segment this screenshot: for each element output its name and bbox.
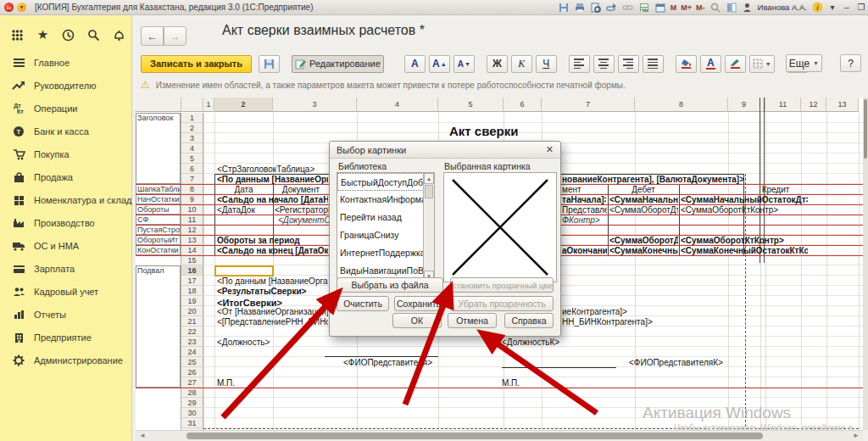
fill-color-button[interactable] xyxy=(676,55,697,73)
sheet-cell-r10[interactable]: <РегистраторПредста xyxy=(275,205,329,215)
row-header-31[interactable]: 31 xyxy=(181,418,203,428)
row-header-3[interactable]: 3 xyxy=(181,133,203,143)
align-center-button[interactable] xyxy=(593,55,615,73)
row-header-7[interactable]: 7 xyxy=(181,174,203,184)
column-header-2[interactable]: 2 xyxy=(214,98,273,112)
sheet-cell-r18[interactable]: <РезультатыСверки> xyxy=(217,287,336,297)
row-header-24[interactable]: 24 xyxy=(181,347,203,357)
sheet-cell-r7[interactable]: нованиеКонтрагента], [ВалютаДокумента]> xyxy=(562,175,743,185)
column-header-1[interactable]: 1 xyxy=(203,98,214,112)
row-header-22[interactable]: 22 xyxy=(181,327,203,337)
print-preview-icon[interactable] xyxy=(590,2,602,14)
column-header-4[interactable]: 4 xyxy=(357,98,438,112)
bold-button[interactable]: Ж xyxy=(487,55,508,73)
row-header-10[interactable]: 10 xyxy=(181,204,203,215)
sheet-cell-r9[interactable]: <Сальдо на начало [ДатаНачал xyxy=(217,195,328,205)
row-header-13[interactable]: 13 xyxy=(181,235,203,245)
print-icon[interactable] xyxy=(574,2,586,14)
split-view-icon[interactable] xyxy=(726,2,737,14)
library-item-1[interactable]: БыстрыйДоступДобавить xyxy=(337,173,424,191)
sidebar-item-trend[interactable]: Руководителю xyxy=(0,75,131,96)
list-scrollbar[interactable]: ▲ ▼ xyxy=(423,173,434,282)
column-header-6[interactable]: 6 xyxy=(504,98,542,112)
dialog-titlebar[interactable]: Выбор картинки ✕ xyxy=(330,142,560,159)
row-header-2[interactable]: 2 xyxy=(181,123,203,133)
zoom-icon[interactable] xyxy=(709,2,721,14)
edit-mode-toggle[interactable]: Редактирование xyxy=(292,55,384,73)
history-icon[interactable] xyxy=(61,28,75,42)
sidebar-item-cart[interactable]: Покупка xyxy=(0,144,131,165)
sidebar-item-people[interactable]: Кадровый учет xyxy=(0,282,131,302)
list-scroll-thumb[interactable] xyxy=(425,185,433,198)
row-header-23[interactable]: 23 xyxy=(181,337,203,347)
column-header-3[interactable]: 3 xyxy=(273,98,357,112)
save-icon[interactable] xyxy=(558,2,570,14)
row-header-30[interactable]: 30 xyxy=(181,408,203,418)
notifications-bell-icon[interactable] xyxy=(112,28,126,42)
library-item-4[interactable]: ГраницаСнизу xyxy=(337,226,424,244)
row-header-29[interactable]: 29 xyxy=(181,398,203,408)
sheet-cell-r6[interactable]: <СтрЗаголовокТаблица> xyxy=(217,165,327,175)
save-and-close-button[interactable]: Записать и закрыть xyxy=(141,55,252,73)
align-justify-button[interactable] xyxy=(643,55,664,73)
sidebar-item-grid[interactable]: Номенклатура и склад xyxy=(0,190,131,210)
underline-button[interactable]: Ч xyxy=(536,55,557,73)
font-increase-button[interactable]: А▲ xyxy=(429,55,450,73)
sheet-cell-r11[interactable]: ФКонтр> xyxy=(562,215,613,226)
titlebar-menu-chevron-icon[interactable]: ▼ xyxy=(17,3,26,12)
row-header-15[interactable]: 15 xyxy=(181,255,203,265)
row-header-26[interactable]: 26 xyxy=(181,367,203,377)
sheet-cell-r2[interactable]: Акт сверки xyxy=(449,124,551,139)
font-color-button[interactable]: А xyxy=(700,55,721,73)
sheet-cell-r11[interactable]: <ДокументСФ> xyxy=(278,215,329,226)
column-header-7[interactable]: 7 xyxy=(542,98,635,112)
cancel-button[interactable]: Отмена xyxy=(448,313,497,328)
font-decrease-button[interactable]: А▼ xyxy=(453,55,475,73)
save-button[interactable] xyxy=(259,55,280,73)
search-icon[interactable] xyxy=(86,28,101,42)
scroll-right-arrow-icon[interactable]: ► xyxy=(853,432,860,439)
library-item-5[interactable]: ИнтернетПоддержкаПол... xyxy=(337,244,424,262)
scroll-up-arrow-icon[interactable]: ▲ xyxy=(424,173,434,184)
sidebar-item-card[interactable]: Зарплата xyxy=(0,259,131,279)
sheet-cell-r13[interactable]: <СуммаОборотКтКонтр> xyxy=(681,236,808,246)
sidebar-item-coin[interactable]: ТБанк и касса xyxy=(0,121,131,142)
border-color-button[interactable] xyxy=(725,55,746,73)
row-header-5[interactable]: 5 xyxy=(181,154,203,164)
sheet-cell-r20[interactable]: <От [НазваниеОрганизации]> xyxy=(217,307,328,317)
column-header-9[interactable]: 9 xyxy=(728,98,760,112)
row-header-14[interactable]: 14 xyxy=(181,245,203,255)
sheet-cell-r25[interactable]: <ФИОПредставителяК> xyxy=(629,358,743,368)
row-header-8[interactable]: 8 xyxy=(181,184,203,194)
sheet-cell-r21[interactable]: НН_БИНКонтрагента]> xyxy=(562,317,681,327)
vertical-scroll-thumb[interactable] xyxy=(864,99,867,159)
sheet-cell-r27[interactable]: М.П. xyxy=(502,378,536,388)
column-header-8[interactable]: 8 xyxy=(635,98,728,112)
forward-button[interactable]: → xyxy=(164,26,186,46)
sidebar-item-factory[interactable]: Производство xyxy=(0,213,131,233)
memory-m-minus-button[interactable]: М- xyxy=(696,3,705,12)
row-header-21[interactable]: 21 xyxy=(181,316,203,327)
calendar-icon[interactable] xyxy=(654,2,666,14)
sidebar-item-bag[interactable]: Продажа xyxy=(0,167,131,187)
library-item-2[interactable]: КонтактнаяИнформация... xyxy=(337,191,424,209)
sheet-cell-r14[interactable]: <СуммаКонечныйОстатокКтКонтр> xyxy=(681,246,808,256)
back-button[interactable]: ← xyxy=(141,26,164,46)
sheet-cell-r10[interactable]: <СуммаОборотКтКонтр> xyxy=(681,205,808,215)
row-header-18[interactable]: 18 xyxy=(181,286,203,296)
sidebar-item-menu[interactable]: Главное xyxy=(0,53,131,73)
sheet-cell-r25[interactable]: <ФИОПредставителя> xyxy=(343,358,449,368)
align-left-button[interactable] xyxy=(569,55,590,73)
sidebar-item-chart[interactable]: Отчеты xyxy=(0,304,131,325)
select-from-file-button[interactable]: Выбрать из файла xyxy=(337,277,443,293)
sheet-cell-r27[interactable]: М.П. xyxy=(217,378,251,388)
horizontal-scroll-thumb[interactable] xyxy=(186,433,763,439)
horizontal-scrollbar[interactable]: ◄ ► xyxy=(136,430,863,441)
favorites-star-icon[interactable]: ★ xyxy=(36,28,50,42)
sidebar-item-dtkt[interactable]: Дт КтОперации xyxy=(0,98,131,119)
sheet-cell-r9[interactable]: <СуммаНачальный xyxy=(609,195,678,205)
sheet-cell-r7[interactable]: <По данным [НазваниеОрга xyxy=(217,175,328,185)
row-header-25[interactable]: 25 xyxy=(181,357,203,367)
sheet-cell-r10[interactable]: Представлени xyxy=(562,205,607,215)
vertical-scrollbar[interactable] xyxy=(863,98,868,430)
